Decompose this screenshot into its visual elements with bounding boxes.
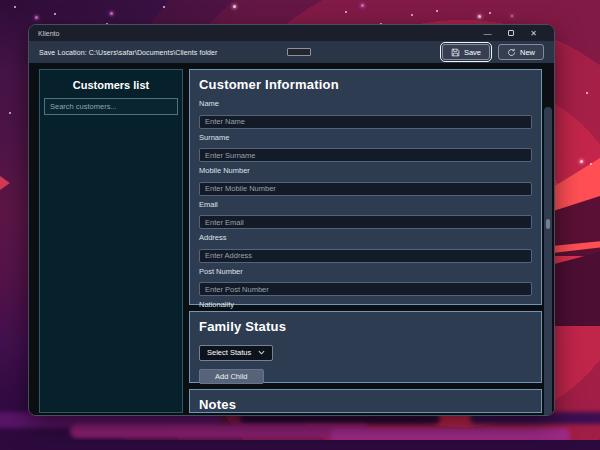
post-number-label: Post Number [199, 267, 532, 276]
star [580, 160, 583, 163]
surname-label: Surname [199, 133, 532, 142]
window-body: Customers list Customer Information Name… [29, 63, 554, 415]
notes-panel: Notes [189, 389, 542, 413]
mountain-ridge [0, 176, 10, 190]
titlebar[interactable]: Kliento — ✕ [29, 25, 554, 41]
refresh-icon [507, 48, 516, 57]
family-status-title: Family Status [199, 319, 532, 334]
star [361, 4, 364, 7]
window-controls: — ✕ [476, 25, 545, 41]
nationality-label: Nationality [199, 300, 532, 309]
app-window: Kliento — ✕ Save Location: C:\Users\safa… [28, 24, 555, 416]
address-label: Address [199, 233, 532, 242]
new-button-label: New [520, 48, 535, 57]
email-input[interactable] [199, 215, 532, 229]
close-button[interactable]: ✕ [522, 25, 545, 41]
post-number-input[interactable] [199, 282, 532, 296]
toolbar-buttons: Save New [440, 42, 544, 62]
scrollbar-track[interactable] [544, 107, 552, 416]
star [478, 15, 481, 18]
star [489, 12, 491, 14]
search-customers-input[interactable] [44, 98, 178, 115]
family-status-panel: Family Status Select Status Add Child [189, 311, 542, 383]
star [14, 6, 16, 8]
mobile-number-input[interactable] [199, 182, 532, 196]
star [345, 11, 347, 13]
field-post-number: Post Number [199, 267, 532, 297]
status-dropdown[interactable]: Select Status [199, 345, 273, 361]
foreground-hill [70, 424, 370, 438]
name-label: Name [199, 99, 532, 108]
new-button[interactable]: New [498, 44, 544, 60]
address-input[interactable] [199, 249, 532, 263]
save-button-label: Save [464, 48, 481, 57]
save-location-text: Save Location: C:\Users\safar\Documents\… [39, 49, 218, 56]
customer-information-title: Customer Information [199, 77, 532, 92]
field-email: Email [199, 200, 532, 230]
notes-title: Notes [199, 397, 532, 412]
name-input[interactable] [199, 115, 532, 129]
field-name: Name [199, 99, 532, 129]
star [411, 14, 413, 16]
main-content: Customer Information Name Surname Mobile… [189, 69, 542, 413]
customer-information-panel: Customer Information Name Surname Mobile… [189, 69, 542, 305]
star [586, 92, 588, 94]
field-mobile-number: Mobile Number [199, 166, 532, 196]
save-button[interactable]: Save [442, 44, 490, 60]
star [163, 6, 165, 8]
toolbar: Save Location: C:\Users\safar\Documents\… [29, 41, 554, 63]
star [590, 163, 592, 165]
field-address: Address [199, 233, 532, 263]
status-selected-value: Select Status [207, 348, 251, 357]
save-button-focus-ring: Save [440, 42, 492, 62]
star [233, 5, 236, 8]
email-label: Email [199, 200, 532, 209]
chevron-down-icon [258, 350, 265, 355]
maximize-icon [508, 30, 514, 36]
star [9, 112, 11, 114]
close-icon: ✕ [530, 29, 537, 38]
toolbar-indicator [287, 48, 311, 56]
minimize-icon: — [484, 29, 492, 38]
star [110, 12, 113, 15]
field-surname: Surname [199, 133, 532, 163]
customers-list-title: Customers list [40, 79, 182, 91]
mobile-number-label: Mobile Number [199, 166, 532, 175]
add-child-button[interactable]: Add Child [199, 369, 264, 384]
star [35, 16, 38, 19]
maximize-button[interactable] [499, 25, 522, 41]
app-title: Kliento [38, 30, 59, 37]
minimize-button[interactable]: — [476, 25, 499, 41]
star [436, 10, 438, 12]
scrollbar-thumb[interactable] [546, 219, 550, 229]
surname-input[interactable] [199, 148, 532, 162]
star [511, 15, 513, 17]
foreground-hill [0, 440, 600, 450]
star [54, 13, 56, 15]
save-icon [451, 48, 460, 57]
customers-list-panel: Customers list [39, 69, 183, 413]
